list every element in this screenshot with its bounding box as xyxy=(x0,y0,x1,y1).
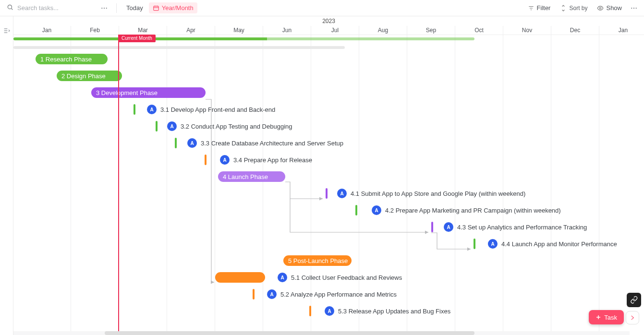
search-input[interactable] xyxy=(16,4,93,12)
task-tick xyxy=(474,239,475,249)
show-button[interactable]: Show xyxy=(593,2,626,13)
month-header: Jun xyxy=(263,26,311,35)
toolbar-more-icon[interactable] xyxy=(628,2,640,14)
assignee-avatar: A xyxy=(267,289,277,299)
task-item[interactable]: A3.1 Develop App Front-end and Back-end xyxy=(147,103,275,116)
filter-label: Filter xyxy=(537,4,551,12)
month-header: Sep xyxy=(407,26,455,35)
svg-point-9 xyxy=(636,7,637,8)
svg-point-2 xyxy=(101,7,102,8)
overall-progress-bar xyxy=(13,37,474,40)
assignee-avatar: A xyxy=(278,273,287,282)
task-tick xyxy=(175,138,177,148)
filter-button[interactable]: Filter xyxy=(524,2,555,13)
phase-bar[interactable]: 3 Development Phase xyxy=(91,87,206,98)
task-label: 3.2 Conduct App Testing and Debugging xyxy=(181,123,292,130)
task-tick xyxy=(134,104,135,115)
phase-bar[interactable]: 1 Research Phase xyxy=(36,54,108,64)
phase-bar-label: 5 Post-Launch Phase xyxy=(288,257,348,264)
assignee-avatar: A xyxy=(187,138,197,148)
gantt-row: A3.2 Conduct App Testing and Debugging xyxy=(13,118,644,135)
today-button[interactable]: Today xyxy=(122,2,147,13)
horizontal-scrollbar[interactable] xyxy=(13,331,630,335)
task-label: 5.2 Analyze App Performance and Metrics xyxy=(280,291,397,298)
svg-line-1 xyxy=(12,9,13,10)
task-label: 5.3 Release App Updates and Bug Fixes xyxy=(338,308,450,315)
month-header: Feb xyxy=(71,26,119,35)
gantt-row: A5.3 Release App Updates and Bug Fixes xyxy=(13,303,644,320)
sort-button[interactable]: Sort by xyxy=(556,3,591,13)
divider xyxy=(116,3,117,13)
main-panel: 2023 JanFebMarAprMayJunJulAugSepOctNovDe… xyxy=(0,16,644,335)
task-item[interactable]: A5.3 Release App Updates and Bug Fixes xyxy=(325,305,450,317)
current-month-flag: Current Month xyxy=(118,35,156,42)
phase-bar[interactable]: 5 Post-Launch Phase xyxy=(283,255,352,266)
secondary-fab-icon[interactable] xyxy=(626,311,639,324)
task-item[interactable]: A5.2 Analyze App Performance and Metrics xyxy=(267,288,397,300)
task-label: 3.1 Develop App Front-end and Back-end xyxy=(160,106,275,113)
task-item[interactable]: A3.2 Conduct App Testing and Debugging xyxy=(167,120,292,132)
phase-bar-label: 4 Launch Phase xyxy=(223,173,268,180)
svg-point-4 xyxy=(106,7,107,8)
svg-point-3 xyxy=(104,7,105,8)
phase-bar[interactable]: 4 Launch Phase xyxy=(218,171,285,182)
zoom-level-label: Year/Month xyxy=(162,4,194,12)
toolbar: Today Year/Month Filter Sort by Show xyxy=(0,0,644,16)
add-task-label: Task xyxy=(604,314,617,321)
task-item[interactable]: A4.1 Submit App to App Store and Google … xyxy=(337,187,525,200)
svg-point-6 xyxy=(600,7,602,9)
scrollbar-thumb[interactable] xyxy=(105,331,474,335)
gantt-row: A5.1 Collect User Feedback and Reviews xyxy=(13,269,644,286)
task-label: 3.4 Prepare App for Release xyxy=(233,156,312,164)
month-header: Aug xyxy=(359,26,407,35)
task-item[interactable]: A3.4 Prepare App for Release xyxy=(220,154,312,166)
month-header: Dec xyxy=(551,26,599,35)
svg-rect-5 xyxy=(153,6,158,10)
gantt-row: A3.1 Develop App Front-end and Back-end xyxy=(13,101,644,118)
month-header: Mar xyxy=(119,26,167,35)
assignee-avatar: A xyxy=(488,239,498,249)
phase-bar[interactable]: 2 Design Phase xyxy=(57,71,122,81)
today-label: Today xyxy=(126,4,143,12)
search-more-icon[interactable] xyxy=(98,2,110,14)
task-label: 3.3 Create Database Architecture and Ser… xyxy=(201,140,343,147)
assignee-avatar: A xyxy=(372,205,381,215)
task-tick xyxy=(253,289,255,299)
task-item[interactable]: A4.2 Prepare App Marketing and PR Campai… xyxy=(372,204,561,216)
assignee-avatar: A xyxy=(220,155,230,165)
task-item[interactable]: A4.3 Set up Analytics and Performance Tr… xyxy=(444,221,587,233)
gantt-row: A3.4 Prepare App for Release xyxy=(13,152,644,168)
gantt-row: A3.3 Create Database Architecture and Se… xyxy=(13,135,644,152)
gantt-row: A4.1 Submit App to App Store and Google … xyxy=(13,185,644,202)
expand-gutter-button[interactable] xyxy=(0,16,13,335)
assignee-avatar: A xyxy=(444,222,453,232)
month-header: Apr xyxy=(167,26,215,35)
task-item[interactable]: A3.3 Create Database Architecture and Se… xyxy=(187,137,343,149)
month-header: Nov xyxy=(503,26,551,35)
gantt-row: A5.2 Analyze App Performance and Metrics xyxy=(13,286,644,303)
svg-point-7 xyxy=(631,7,632,8)
gantt-row: 4 Launch Phase xyxy=(13,168,644,185)
add-task-button[interactable]: Task xyxy=(589,310,624,324)
zoom-level-button[interactable]: Year/Month xyxy=(149,2,197,13)
phase-bar-label: 1 Research Phase xyxy=(40,56,92,63)
gantt-row: 1 Research Phase xyxy=(13,51,644,68)
sort-label: Sort by xyxy=(569,5,587,12)
gantt-row: A4.2 Prepare App Marketing and PR Campai… xyxy=(13,202,644,219)
month-header: Jan xyxy=(23,26,71,35)
task-item[interactable]: A5.1 Collect User Feedback and Reviews xyxy=(278,271,402,284)
task-label: 4.2 Prepare App Marketing and PR Campaig… xyxy=(385,207,561,214)
gantt-chart[interactable]: 2023 JanFebMarAprMayJunJulAugSepOctNovDe… xyxy=(13,17,644,335)
timeline-year: 2023 xyxy=(13,17,644,25)
month-header: Jan xyxy=(599,26,644,35)
month-header: May xyxy=(215,26,263,35)
task-item[interactable]: A4.4 Launch App and Monitor Performance xyxy=(488,238,617,250)
phase-bar-label: 3 Development Phase xyxy=(96,89,158,96)
gantt-row: 2 Design Phase xyxy=(13,68,644,84)
task-tick xyxy=(309,306,311,316)
current-month-line xyxy=(118,35,119,335)
gantt-rows: 1 Research Phase2 Design Phase3 Developm… xyxy=(13,36,644,335)
phase-bar-label: 2 Design Phase xyxy=(61,72,106,80)
search-icon xyxy=(7,4,13,12)
link-chip-icon[interactable] xyxy=(627,293,641,307)
